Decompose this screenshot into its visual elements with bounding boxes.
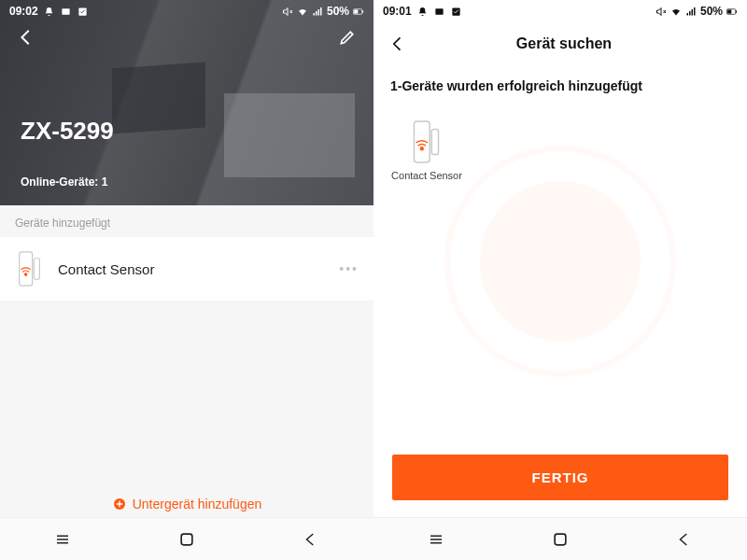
battery-icon	[726, 6, 738, 17]
contact-sensor-icon	[15, 250, 45, 287]
hero-image: ZX-5299 Online-Geräte: 1	[0, 0, 374, 205]
svg-rect-6	[34, 259, 39, 280]
online-count: Online-Geräte: 1	[21, 175, 107, 189]
done-button[interactable]: FERTIG	[392, 455, 728, 500]
signal-icon	[685, 6, 697, 17]
device-more-button[interactable]: •••	[339, 261, 359, 276]
add-subdevice-button[interactable]: Untergerät hinzufügen	[0, 485, 374, 517]
add-subdevice-label: Untergerät hinzufügen	[133, 497, 262, 511]
mute-icon	[282, 6, 293, 17]
check-icon	[451, 6, 462, 17]
plus-circle-icon	[112, 497, 127, 511]
nav-recents[interactable]	[35, 523, 91, 556]
svg-rect-16	[431, 129, 438, 154]
success-message: 1-Geräte wurden erfolgreich hinzugefügt	[390, 78, 730, 93]
screen-search-device: 09:01 50% Gerät suchen 1-Geräte wurden e…	[374, 0, 747, 560]
page-title: Gerät suchen	[392, 35, 736, 52]
nav-home[interactable]	[532, 523, 588, 556]
nav-recents[interactable]	[408, 523, 464, 556]
found-device-label: Contact Sensor	[391, 170, 462, 183]
bell-icon	[44, 6, 55, 17]
svg-rect-18	[555, 534, 566, 545]
signal-icon	[312, 6, 323, 17]
nav-back[interactable]	[656, 523, 712, 556]
svg-rect-14	[736, 10, 737, 13]
device-name: Contact Sensor	[58, 261, 154, 277]
bell-icon	[417, 6, 429, 17]
device-title: ZX-5299	[21, 117, 114, 146]
status-battery: 50%	[700, 5, 723, 18]
status-time: 09:02	[9, 5, 38, 18]
android-navbar	[0, 517, 374, 560]
status-battery: 50%	[327, 5, 349, 18]
screen-device-detail: 09:02 50%	[0, 0, 374, 560]
window-icon	[61, 6, 72, 17]
wifi-icon	[297, 6, 308, 17]
svg-point-7	[24, 273, 26, 275]
found-device[interactable]: Contact Sensor	[390, 119, 463, 183]
window-icon	[434, 6, 445, 17]
status-bar: 09:01 50%	[374, 0, 747, 22]
nav-home[interactable]	[159, 523, 215, 556]
svg-rect-4	[362, 10, 363, 13]
status-bar: 09:02 50%	[0, 0, 374, 22]
battery-icon	[353, 6, 364, 17]
svg-rect-9	[181, 534, 192, 545]
svg-rect-10	[436, 8, 444, 14]
nav-back[interactable]	[283, 523, 339, 556]
device-row[interactable]: Contact Sensor •••	[0, 237, 374, 301]
status-time: 09:01	[383, 5, 412, 18]
mute-icon	[655, 6, 667, 17]
back-button[interactable]	[13, 24, 39, 50]
svg-rect-13	[727, 9, 731, 13]
svg-rect-3	[354, 9, 358, 13]
check-icon	[78, 6, 89, 17]
wifi-icon	[670, 6, 682, 17]
section-label: Geräte hinzugefügt	[0, 205, 374, 237]
svg-rect-0	[63, 8, 70, 14]
android-navbar	[374, 517, 747, 560]
page-header: Gerät suchen	[374, 22, 747, 65]
edit-button[interactable]	[334, 24, 360, 50]
contact-sensor-icon	[412, 119, 442, 164]
svg-point-17	[420, 147, 423, 150]
